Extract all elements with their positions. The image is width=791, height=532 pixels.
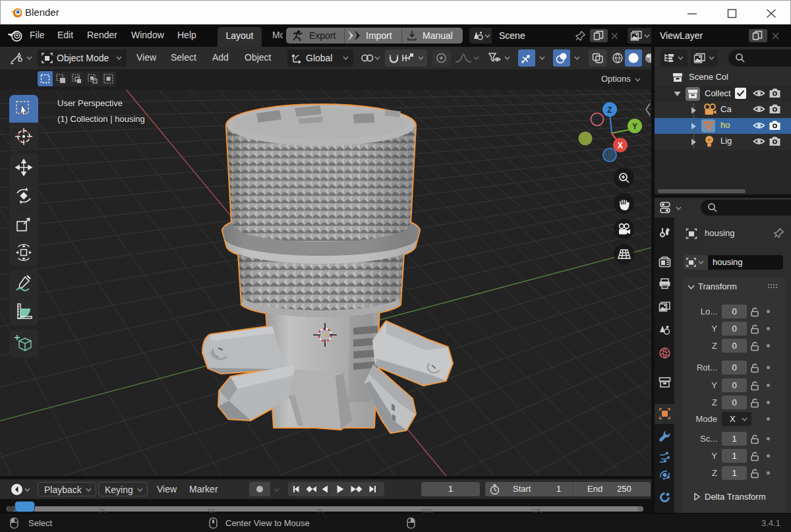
svg-text:Z: Z [607,105,612,115]
svg-text:Y: Y [632,122,637,131]
svg-text:X: X [618,141,623,150]
